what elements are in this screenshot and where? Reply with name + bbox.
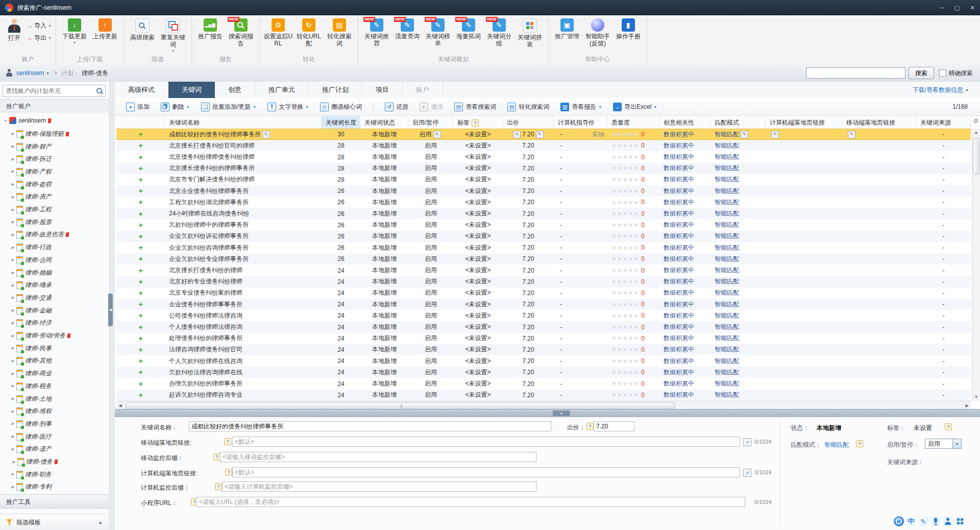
tree-item-plan[interactable]: ▶律师-财产 <box>0 140 109 153</box>
add-keyword-icon[interactable] <box>138 290 142 297</box>
help-icon[interactable]: ? <box>224 438 231 445</box>
vertical-scrollbar[interactable]: ▲ ▼ <box>972 129 980 401</box>
collapse-detail-button[interactable]: ▼ <box>553 411 570 416</box>
tree-item-plan[interactable]: ▶律师-房产 <box>0 191 109 204</box>
horizontal-scrollbar[interactable]: ◀ ⫼ ▶ <box>116 401 971 409</box>
miniprogram-url-input[interactable] <box>197 497 745 507</box>
upload-button[interactable]: ↑上传更新 <box>90 18 120 40</box>
convert-word-button[interactable]: ▤转化搜索词 <box>325 18 354 47</box>
table-row[interactable]: 欠款纠纷法律咨询律师在线24本地新增启用<未设置>7.20-0数据积累中智能匹配… <box>116 367 971 378</box>
dropdown-arrow-icon[interactable]: ▼ <box>952 439 961 448</box>
bid-input[interactable] <box>594 421 634 431</box>
table-row[interactable]: 北京市专门解决债务纠纷的律师28本地新增启用<未设置>7.20-0数据积累中智能… <box>116 174 971 185</box>
add-keyword-icon[interactable] <box>138 255 142 262</box>
table-row[interactable]: 处理债务纠纷的律师事务所24本地新增启用<未设置>7.20-0数据积累中智能匹配… <box>116 333 971 344</box>
edit-icon[interactable] <box>741 131 748 138</box>
help-icon[interactable]: ? <box>215 483 222 490</box>
table-row[interactable]: 企业欠款纠纷诉讼律师事务所26本地新增启用<未设置>7.20-0数据积累中智能匹… <box>116 231 971 242</box>
help-icon[interactable]: ? <box>472 119 479 127</box>
table-row[interactable]: 企业债务纠纷律师事事务所24本地新增启用<未设置>7.20-0数据积累中智能匹配… <box>116 299 971 310</box>
tree-item-plan[interactable]: ▶律师-其他 <box>0 355 109 368</box>
tab-推广计划[interactable]: 推广计划 <box>309 82 362 98</box>
expand-icon[interactable]: ▶ <box>10 321 15 325</box>
keyword-recommend-button[interactable]: NEW✎关键词推荐 <box>362 18 391 47</box>
column-header-onoff[interactable]: 启用/暂停 <box>408 116 453 129</box>
sidebar-filter-template[interactable]: 筛选模板 ▲ <box>0 514 109 530</box>
tree-item-plan[interactable]: ▶律师-债务 <box>0 455 109 468</box>
text-replace-button[interactable]: T文字替换▼ <box>267 103 309 111</box>
ime-logo-icon[interactable] <box>894 516 904 526</box>
expand-icon[interactable]: ▼ <box>3 119 8 123</box>
add-keyword-icon[interactable] <box>138 244 142 251</box>
add-keyword-icon[interactable] <box>138 335 142 342</box>
open-link-icon[interactable] <box>743 438 751 446</box>
table-row[interactable]: 办理欠款纠纷的律师事务所24本地新增启用<未设置>7.20-0数据积累中智能匹配… <box>116 378 971 389</box>
tab-项目[interactable]: 项目 <box>362 82 403 98</box>
help-icon[interactable]: ? <box>586 423 594 430</box>
tree-item-plan[interactable]: ▶律师-职务 <box>0 468 109 481</box>
add-keyword-icon[interactable] <box>138 199 142 206</box>
track-url-button[interactable]: ⚙设置追踪URL <box>263 18 293 47</box>
add-keyword-icon[interactable] <box>138 222 142 229</box>
expand-icon[interactable]: ▶ <box>10 195 15 199</box>
tree-item-plan[interactable]: ▶律师-婚姻 <box>0 267 109 279</box>
keyword-assemble-button[interactable]: 关键词拼装 <box>515 18 545 49</box>
add-button[interactable]: ＋添加 <box>126 103 150 111</box>
tree-item-plan[interactable]: ▶律师-产权 <box>0 165 109 178</box>
export-excel-button[interactable]: →导出Excel▼ <box>613 103 657 111</box>
convert-searchword-button[interactable]: ▤转化搜索词 <box>507 103 549 111</box>
add-keyword-icon[interactable] <box>138 392 142 399</box>
sidebar-tools-header[interactable]: 推广工具 <box>0 494 109 509</box>
add-keyword-icon[interactable] <box>138 380 142 388</box>
scroll-down-icon[interactable]: ▼ <box>972 393 980 401</box>
expand-icon[interactable]: ▶ <box>10 397 15 401</box>
column-header-rel[interactable]: 创意相关性 <box>659 116 710 129</box>
table-row[interactable]: 北京专业债务纠纷案的律师24本地新增启用<未设置>7.20-0数据积累中智能匹配… <box>116 287 971 299</box>
dropdown-arrow-icon[interactable]: ▼ <box>171 49 175 53</box>
apps-grid-icon[interactable] <box>955 516 965 526</box>
tree-item-plan[interactable]: ▶律师-商业 <box>0 367 109 380</box>
column-header-match[interactable]: 匹配模式 <box>710 116 766 129</box>
onoff-dropdown[interactable]: 启用 ▼ <box>925 439 962 449</box>
tab-关键词[interactable]: 关键词 <box>168 82 215 98</box>
tree-item-plan[interactable]: ▶律师-刑事 <box>0 418 109 430</box>
expand-icon[interactable]: ▶ <box>10 308 15 312</box>
keyword-group-button[interactable]: NEW✎关键词分组 <box>484 18 514 47</box>
tree-item-plan[interactable]: ▶律师-交通 <box>0 292 109 304</box>
add-keyword-icon[interactable] <box>138 187 142 195</box>
tree-item-plan[interactable]: ▶律师-保险理赔 <box>0 128 109 140</box>
traffic-query-button[interactable]: NEW✎流量查询 <box>393 18 422 40</box>
expand-icon[interactable]: ▶ <box>10 144 15 149</box>
dropdown-arrow-icon[interactable]: ▼ <box>253 105 256 109</box>
promo-manage-button[interactable]: ▣推广管理 <box>552 18 582 40</box>
assistant-button[interactable]: 智能助手(反馈) <box>583 18 612 47</box>
column-header-status[interactable]: 关键词状态 <box>360 116 408 129</box>
view-searchword-button[interactable]: ▤查看搜索词 <box>454 103 496 111</box>
tree-item-plan[interactable]: ▶律师-合同 <box>0 254 109 267</box>
dropdown-arrow-icon[interactable]: ▼ <box>72 41 76 44</box>
add-keyword-icon[interactable] <box>138 278 142 285</box>
open-button[interactable]: 打开 <box>4 18 24 42</box>
tab-高级样式[interactable]: 高级样式 <box>115 82 168 98</box>
edit-icon[interactable] <box>848 131 855 138</box>
vertical-scroll-thumb[interactable] <box>973 138 980 175</box>
dropdown-arrow-icon[interactable]: ▼ <box>598 105 602 109</box>
add-keyword-icon[interactable] <box>138 301 142 308</box>
close-button[interactable]: ✕ <box>965 0 980 15</box>
keyword-name-input[interactable] <box>189 421 551 431</box>
chinese-mode-icon[interactable]: 中 <box>906 516 916 526</box>
manual-button[interactable]: ▮操作手册 <box>614 18 643 40</box>
tree-item-plan[interactable]: ▶律师-税务 <box>0 380 109 393</box>
collapse-up-icon[interactable]: ▲ <box>98 520 103 525</box>
restore-button[interactable]: ↺还原 <box>385 103 408 111</box>
add-keyword-icon[interactable] <box>138 131 142 138</box>
add-keyword-icon[interactable] <box>138 154 142 161</box>
scroll-left-icon[interactable]: ◀ <box>116 402 124 409</box>
dropdown-arrow-icon[interactable]: ▼ <box>186 105 190 109</box>
adv-search-button[interactable]: 高级搜索 <box>128 18 157 41</box>
column-header-moblink[interactable]: 移动端落地页链接 <box>842 116 916 129</box>
expand-icon[interactable]: ▶ <box>10 220 15 224</box>
exact-search-checkbox[interactable] <box>939 69 946 77</box>
data-info-link[interactable]: 下载/查看数据信息▼ <box>913 82 969 98</box>
export-button[interactable]: →导出▼ <box>27 33 52 43</box>
